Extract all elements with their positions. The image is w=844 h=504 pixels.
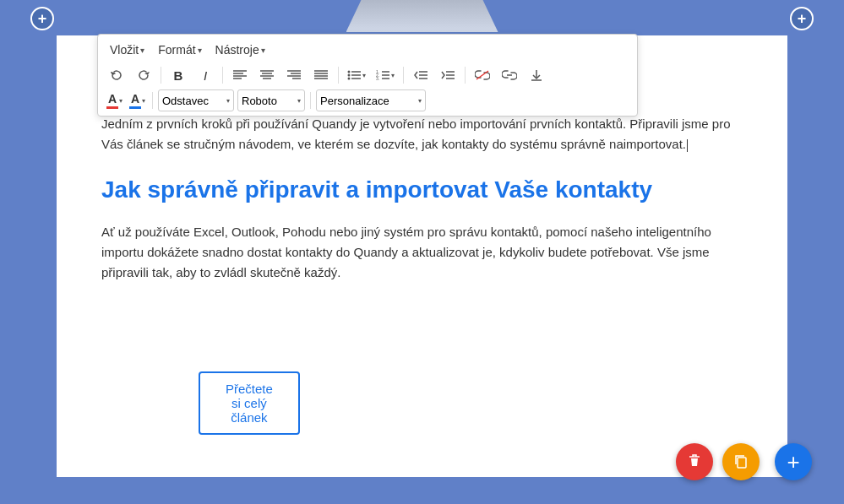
paragraph-label: Odstavec [162,95,209,107]
text-color-a-letter: A [108,93,117,105]
redo-button[interactable] [132,63,155,87]
undo-button[interactable] [105,63,128,87]
italic-icon: I [204,68,207,83]
top-left-add-btn[interactable]: + [30,7,54,30]
divider-1 [161,67,161,84]
plus-icon-right: + [798,11,807,26]
divider-2 [222,67,223,84]
vlozit-arrow-icon: ▾ [140,46,144,55]
article-title: Jak správně připravit a importovat Vaše … [101,175,743,205]
download-button[interactable] [525,63,548,87]
numbered-list-button[interactable]: 1.2.3. ▾ [373,63,398,87]
link-add-button[interactable] [498,63,521,87]
personalization-select[interactable]: Personalizace ▾ [316,89,426,111]
menu-format[interactable]: Formát ▾ [153,40,206,60]
read-more-label: Přečtete si celý článek [226,382,273,425]
link-remove-button[interactable] [471,63,494,87]
align-left-button[interactable] [228,63,252,87]
add-circle-left[interactable]: + [30,7,54,30]
bg-color-bar [129,106,141,109]
divider-6 [152,92,153,109]
toolbar-row-3: A ▾ A ▾ Odstavec ▾ Roboto ▾ Persona [105,89,630,112]
read-more-button[interactable]: Přečtete si celý článek [199,371,300,435]
numbered-dropdown-arrow: ▾ [391,72,395,79]
fab-add-button[interactable]: + [775,443,812,480]
menu-vlozit-label: Vložit [110,43,139,57]
svg-marker-1 [144,72,150,75]
plus-fab-icon: + [787,451,799,473]
plus-icon-left: + [38,11,47,26]
nastroje-arrow-icon: ▾ [261,46,265,55]
intro-text: Jedním z prvních kroků při používání Qua… [101,117,731,151]
menu-nastroje-label: Nástroje [215,43,259,57]
align-justify-button[interactable] [309,63,333,87]
menu-format-label: Formát [158,43,195,57]
toolbar: Vložit ▾ Formát ▾ Nástroje ▾ B I [97,34,638,117]
font-select[interactable]: Roboto ▾ [237,89,305,111]
svg-text:3.: 3. [376,76,379,81]
divider-7 [310,92,311,109]
text-cursor [687,139,688,152]
top-trapezoid [346,0,498,32]
svg-point-22 [348,78,351,80]
bg-color-a-letter: A [131,93,139,105]
toolbar-row-2: B I ▾ 1.2.3. ▾ [105,63,630,87]
fab-copy-button[interactable] [722,443,760,480]
italic-button[interactable]: I [193,63,217,87]
align-right-button[interactable] [282,63,306,87]
toolbar-row-1: Vložit ▾ Formát ▾ Nástroje ▾ [105,40,630,60]
copy-icon [732,453,749,472]
svg-point-20 [348,74,351,77]
indent-increase-button[interactable] [436,63,460,87]
text-color-button[interactable]: A ▾ [105,89,124,112]
intro-paragraph: Jedním z prvních kroků při používání Qua… [101,114,743,154]
divider-3 [338,67,339,84]
svg-line-36 [476,71,488,79]
personalization-arrow-icon: ▾ [418,97,422,105]
trash-icon [686,453,703,472]
svg-point-18 [348,71,351,73]
align-center-button[interactable] [255,63,279,87]
bullet-dropdown-arrow: ▾ [362,72,366,79]
bullet-list-button[interactable]: ▾ [344,63,369,87]
font-arrow-icon: ▾ [297,97,301,105]
top-right-add-btn[interactable]: + [790,7,814,30]
main-content-area: Jedním z prvních kroků při používání Qua… [55,114,789,283]
bold-button[interactable]: B [166,63,190,87]
font-label: Roboto [242,95,277,107]
svg-rect-39 [738,458,746,468]
fab-delete-button[interactable] [676,443,713,480]
divider-5 [465,67,466,84]
bg-color-button[interactable]: A ▾ [128,89,147,112]
personalization-label: Personalizace [320,95,389,107]
bold-icon: B [174,68,183,83]
indent-decrease-button[interactable] [409,63,433,87]
paragraph-select[interactable]: Odstavec ▾ [158,89,234,111]
bg-color-arrow-icon: ▾ [142,97,145,105]
article-body: Ať už používáte Excel, Outlook, Pohodu n… [101,222,743,283]
menu-vlozit[interactable]: Vložit ▾ [105,40,150,60]
menu-nastroje[interactable]: Nástroje ▾ [210,40,270,60]
svg-marker-0 [111,72,116,75]
paragraph-arrow-icon: ▾ [226,97,230,105]
add-circle-right[interactable]: + [790,7,814,30]
format-arrow-icon: ▾ [198,46,202,55]
text-color-arrow-icon: ▾ [119,97,123,105]
text-color-bar [106,106,118,109]
divider-4 [403,67,404,84]
